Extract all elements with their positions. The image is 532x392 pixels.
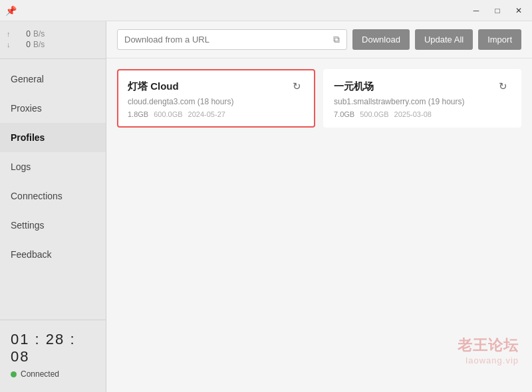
meta-used: 7.0GB — [334, 110, 354, 118]
profiles-area: 灯塔 Cloud ↻ cloud.dengta3.com (18 hours) … — [106, 58, 532, 392]
connected-label: Connected — [21, 369, 59, 379]
sidebar-item-connections[interactable]: Connections — [0, 181, 106, 211]
upload-unit: B/s — [33, 29, 45, 39]
sidebar-item-settings[interactable]: Settings — [0, 211, 106, 240]
refresh-icon[interactable]: ↻ — [289, 78, 305, 94]
nav-menu: GeneralProxiesProfilesLogsConnectionsSet… — [0, 59, 106, 320]
meta-total: 500.0GB — [360, 110, 388, 118]
upload-value: 0 — [17, 29, 31, 39]
sidebar-item-logs[interactable]: Logs — [0, 152, 106, 181]
minimize-button[interactable]: ─ — [466, 1, 487, 21]
sidebar-footer: 01 : 28 : 08 Connected — [0, 320, 106, 392]
profile-name: 一元机场 — [334, 80, 374, 93]
content-area: ⧉ Download Update All Import 灯塔 Cloud ↻ … — [106, 21, 532, 392]
sidebar-item-general[interactable]: General — [0, 64, 106, 94]
sidebar-item-proxies[interactable]: Proxies — [0, 94, 106, 123]
download-unit: B/s — [33, 40, 45, 49]
profile-card-header: 灯塔 Cloud ↻ — [128, 78, 305, 94]
maximize-button[interactable]: □ — [487, 1, 508, 21]
time-display: 01 : 28 : 08 — [11, 331, 95, 365]
close-button[interactable]: ✕ — [508, 1, 529, 21]
sidebar-item-feedback[interactable]: Feedback — [0, 240, 106, 269]
copy-icon[interactable]: ⧉ — [333, 34, 340, 45]
download-traffic: ↓ 0 B/s — [7, 40, 99, 49]
profile-card[interactable]: 一元机场 ↻ sub1.smallstrawberry.com (19 hour… — [323, 69, 521, 128]
down-arrow-icon: ↓ — [7, 41, 15, 49]
update-all-button[interactable]: Update All — [415, 29, 473, 50]
sidebar: ↑ 0 B/s ↓ 0 B/s GeneralProxiesProfilesLo… — [0, 21, 106, 392]
profile-url: cloud.dengta3.com (18 hours) — [128, 97, 305, 106]
download-button[interactable]: Download — [352, 29, 410, 50]
meta-date: 2025-03-08 — [394, 110, 432, 118]
meta-total: 600.0GB — [154, 110, 182, 118]
profile-name: 灯塔 Cloud — [128, 80, 179, 93]
meta-used: 1.8GB — [128, 110, 148, 118]
profile-meta: 7.0GB 500.0GB 2025-03-08 — [334, 110, 511, 118]
traffic-display: ↑ 0 B/s ↓ 0 B/s — [0, 21, 106, 59]
import-button[interactable]: Import — [478, 29, 521, 50]
toolbar: ⧉ Download Update All Import — [106, 21, 532, 58]
meta-date: 2024-05-27 — [188, 110, 225, 118]
refresh-icon[interactable]: ↻ — [495, 78, 511, 94]
profile-card-header: 一元机场 ↻ — [334, 78, 511, 94]
pin-icon: 📌 — [5, 5, 17, 16]
profile-url: sub1.smallstrawberry.com (19 hours) — [334, 97, 511, 106]
connected-dot-icon — [11, 371, 17, 377]
profile-meta: 1.8GB 600.0GB 2024-05-27 — [128, 110, 305, 118]
upload-traffic: ↑ 0 B/s — [7, 29, 99, 39]
connection-status: Connected — [11, 369, 95, 379]
url-input-wrap[interactable]: ⧉ — [117, 29, 347, 50]
url-input[interactable] — [124, 35, 328, 45]
download-value: 0 — [17, 40, 31, 49]
titlebar: 📌 ─ □ ✕ — [0, 0, 532, 21]
profile-card[interactable]: 灯塔 Cloud ↻ cloud.dengta3.com (18 hours) … — [117, 69, 315, 128]
sidebar-item-profiles[interactable]: Profiles — [0, 123, 106, 152]
up-arrow-icon: ↑ — [7, 30, 15, 38]
main-layout: ↑ 0 B/s ↓ 0 B/s GeneralProxiesProfilesLo… — [0, 21, 532, 392]
